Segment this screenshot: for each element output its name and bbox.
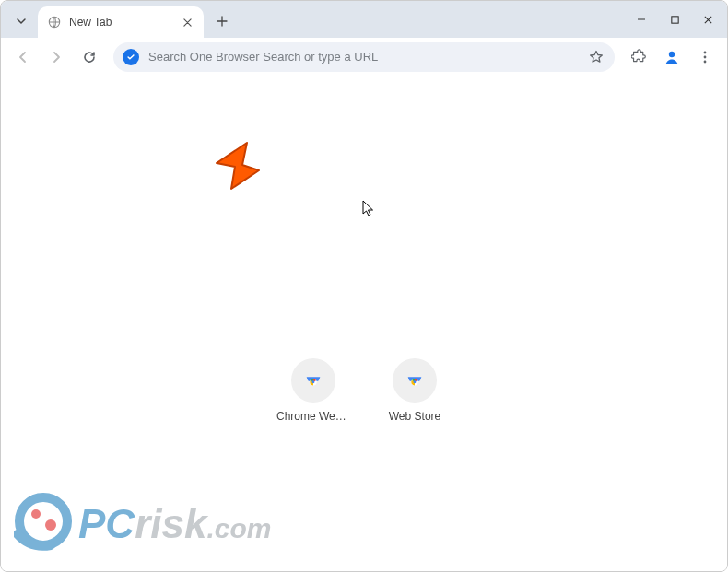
- arrow-right-icon: [49, 50, 64, 64]
- content-area: Chrome Web... Web Store: [1, 76, 727, 571]
- plus-icon: [217, 16, 228, 27]
- profile-avatar: [660, 45, 684, 69]
- shortcut-chrome-web-store[interactable]: Chrome Web...: [276, 358, 350, 423]
- site-info-badge[interactable]: [123, 49, 139, 65]
- svg-point-8: [312, 380, 315, 383]
- store-icon: [303, 370, 323, 391]
- window-controls: [628, 6, 722, 32]
- minimize-icon: [636, 14, 647, 25]
- tab-close-button[interactable]: [180, 15, 194, 29]
- forward-button[interactable]: [41, 42, 71, 72]
- shortcut-favicon: [291, 358, 335, 403]
- annotation-arrow: [215, 141, 270, 196]
- watermark: PCrisk.com: [14, 484, 327, 558]
- close-window-button[interactable]: [694, 6, 722, 32]
- extensions-button[interactable]: [624, 42, 653, 72]
- cursor-icon: [362, 200, 375, 220]
- omnibox[interactable]: [113, 42, 615, 72]
- bookmark-button[interactable]: [587, 48, 605, 66]
- svg-point-3: [704, 51, 707, 53]
- shortcut-web-store[interactable]: Web Store: [378, 358, 452, 423]
- svg-point-4: [704, 55, 707, 58]
- minimize-button[interactable]: [628, 6, 655, 32]
- check-icon: [126, 53, 135, 62]
- svg-text:PCrisk.com: PCrisk.com: [78, 501, 271, 546]
- profile-button[interactable]: [657, 42, 687, 72]
- kebab-icon: [698, 50, 712, 64]
- svg-rect-1: [671, 16, 677, 22]
- shortcut-label: Chrome Web...: [276, 410, 350, 423]
- arrow-left-icon: [16, 50, 30, 64]
- shortcut-label: Web Store: [378, 410, 452, 423]
- svg-point-5: [704, 60, 707, 63]
- globe-icon: [47, 15, 62, 29]
- star-icon: [589, 50, 604, 64]
- shortcuts-grid: Chrome Web... Web Store: [276, 358, 452, 423]
- svg-point-12: [31, 509, 41, 519]
- person-icon: [663, 48, 681, 66]
- puzzle-icon: [631, 49, 647, 64]
- new-tab-button[interactable]: [209, 8, 235, 34]
- store-icon: [405, 370, 425, 391]
- svg-point-13: [45, 519, 56, 531]
- tab-title: New Tab: [69, 16, 172, 29]
- svg-point-2: [669, 51, 675, 56]
- reload-button[interactable]: [75, 42, 104, 72]
- reload-icon: [82, 50, 97, 64]
- svg-point-10: [414, 380, 417, 383]
- maximize-icon: [670, 15, 680, 25]
- maximize-button[interactable]: [661, 6, 688, 32]
- toolbar: [1, 38, 727, 76]
- address-input[interactable]: [148, 50, 578, 64]
- menu-button[interactable]: [690, 42, 720, 72]
- tab-search-button[interactable]: [8, 8, 34, 34]
- tab-new-tab[interactable]: New Tab: [38, 6, 204, 38]
- svg-marker-6: [217, 143, 259, 189]
- titlebar: New Tab: [1, 1, 727, 38]
- chevron-down-icon: [16, 16, 27, 27]
- back-button[interactable]: [8, 42, 38, 72]
- close-icon: [703, 15, 713, 25]
- shortcut-favicon: [393, 358, 437, 403]
- close-icon: [183, 18, 192, 27]
